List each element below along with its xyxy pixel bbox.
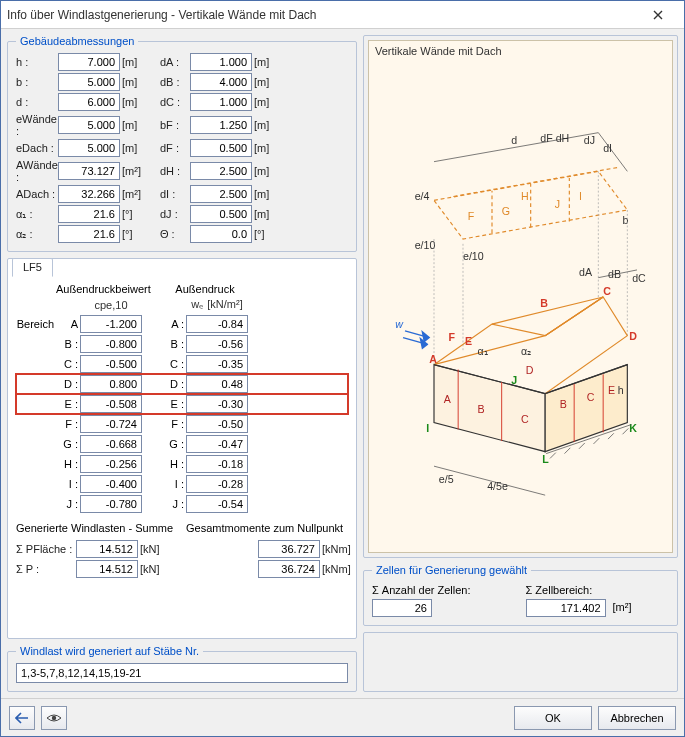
dimension-label: Θ :	[160, 228, 190, 240]
svg-text:dF dH: dF dH	[540, 132, 569, 144]
dimension-value: 21.6	[58, 225, 120, 243]
dimension-value: 1.000	[190, 53, 252, 71]
zone-key: D :	[56, 378, 80, 390]
dimension-label: [°]	[252, 228, 274, 240]
coef-row: C :-0.500C :-0.35	[16, 354, 348, 374]
coef-header: Außendruckbeiwert Außendruck	[16, 283, 348, 295]
dimension-label: [m²]	[120, 188, 142, 200]
svg-text:dA: dA	[579, 265, 593, 277]
dimension-label: dC :	[160, 96, 190, 108]
svg-text:B: B	[559, 398, 566, 410]
sum-value: 36.727	[258, 540, 320, 558]
cells-grid: Σ Anzahl der Zellen: 26 Σ Zellbereich: 1…	[372, 582, 669, 617]
zone-key: F :	[56, 418, 80, 430]
dimension-label: [m]	[252, 165, 274, 177]
dimension-label: [m]	[120, 56, 142, 68]
ok-button[interactable]: OK	[514, 706, 592, 730]
we-value: -0.84	[186, 315, 248, 333]
dimension-label: eWände :	[16, 113, 58, 137]
svg-text:w: w	[395, 317, 404, 329]
svg-text:dJ: dJ	[583, 134, 594, 146]
svg-text:I: I	[579, 190, 582, 202]
dimension-label: dF :	[160, 142, 190, 154]
tab-body: Außendruckbeiwert Außendruck cpe,10 wₑ […	[8, 277, 356, 638]
svg-line-61	[564, 447, 570, 453]
dimension-label: d :	[16, 96, 58, 108]
generated-legend: Windlast wird generiert auf Stäbe Nr.	[16, 645, 203, 657]
back-button[interactable]	[9, 706, 35, 730]
svg-text:F: F	[467, 209, 474, 221]
view-button[interactable]	[41, 706, 67, 730]
we-value: -0.35	[186, 355, 248, 373]
cpe-value: -0.256	[80, 455, 142, 473]
svg-text:e/10: e/10	[463, 250, 484, 262]
dialog-body: Gebäudeabmessungen h :7.000[m]dA :1.000[…	[1, 29, 684, 698]
dimension-value: 1.250	[190, 116, 252, 134]
sum-title-left: Generierte Windlasten - Summe	[16, 522, 178, 534]
coef-row: H :-0.256H :-0.18	[16, 454, 348, 474]
zone-key: J :	[162, 498, 186, 510]
diagram-title: Vertikale Wände mit Dach	[375, 45, 502, 57]
svg-text:C: C	[603, 285, 611, 297]
svg-text:E: E	[608, 383, 615, 395]
cpe-value: -0.780	[80, 495, 142, 513]
dimension-label: [m]	[120, 76, 142, 88]
sum-label: Σ P :	[16, 563, 76, 575]
dialog-footer: OK Abbrechen	[1, 698, 684, 736]
diagram-group: Vertikale Wände mit Dach F G H	[363, 35, 678, 558]
arrow-left-icon	[15, 712, 29, 724]
dimension-label: dH :	[160, 165, 190, 177]
zone-key: B :	[162, 338, 186, 350]
empty-group	[363, 632, 678, 692]
cells-area-unit: [m²]	[613, 601, 632, 613]
members-input[interactable]: 1,3-5,7,8,12,14,15,19-21	[16, 663, 348, 683]
header-cpe: Außendruckbeiwert	[56, 283, 142, 295]
cells-area-label: Σ Zellbereich:	[526, 584, 670, 596]
we-value: -0.47	[186, 435, 248, 453]
dimension-label: [°]	[120, 228, 142, 240]
we-value: -0.30	[186, 395, 248, 413]
window-title: Info über Windlastgenerierung - Vertikal…	[7, 8, 638, 22]
cells-group: Zellen für Generierung gewählt Σ Anzahl …	[363, 564, 678, 626]
zone-key: E :	[56, 398, 80, 410]
generated-on-members-group: Windlast wird generiert auf Stäbe Nr. 1,…	[7, 645, 357, 692]
svg-text:h: h	[617, 383, 623, 395]
header-we: Außendruck	[162, 283, 248, 295]
dialog-window: Info über Windlastgenerierung - Vertikal…	[0, 0, 685, 737]
svg-text:D: D	[525, 364, 533, 376]
dimension-label: [m]	[120, 142, 142, 154]
dimension-value: 32.266	[58, 185, 120, 203]
svg-text:B: B	[540, 296, 548, 308]
cpe-value: -0.508	[80, 395, 142, 413]
cpe-value: -0.724	[80, 415, 142, 433]
coef-row: E :-0.508E :-0.30	[16, 394, 348, 414]
dimension-value: 1.000	[190, 93, 252, 111]
dimension-label: [m]	[120, 119, 142, 131]
svg-text:J: J	[554, 198, 559, 210]
svg-text:α₂: α₂	[521, 345, 531, 357]
close-button[interactable]	[638, 4, 678, 26]
dimension-value: 73.127	[58, 162, 120, 180]
svg-line-63	[593, 438, 599, 444]
svg-text:e/5: e/5	[438, 472, 453, 484]
svg-text:e/4: e/4	[414, 190, 429, 202]
dimension-value: 6.000	[58, 93, 120, 111]
we-value: -0.28	[186, 475, 248, 493]
cancel-button[interactable]: Abbrechen	[598, 706, 676, 730]
svg-line-62	[579, 442, 585, 448]
svg-text:d: d	[511, 134, 517, 146]
dimension-value: 21.6	[58, 205, 120, 223]
coef-row: F :-0.724F :-0.50	[16, 414, 348, 434]
svg-text:b: b	[622, 214, 628, 226]
cpe-value: 0.800	[80, 375, 142, 393]
coef-row: B :-0.800B :-0.56	[16, 334, 348, 354]
zone-key: E :	[162, 398, 186, 410]
svg-point-66	[52, 715, 56, 719]
dimension-label: [m²]	[120, 165, 142, 177]
dimension-value: 2.500	[190, 185, 252, 203]
svg-text:B: B	[477, 403, 484, 415]
dimension-label: [m]	[252, 188, 274, 200]
coef-subheader: cpe,10 wₑ [kN/m²]	[16, 298, 348, 311]
dimension-value: 0.500	[190, 139, 252, 157]
tab-lf5[interactable]: LF5	[12, 258, 53, 277]
